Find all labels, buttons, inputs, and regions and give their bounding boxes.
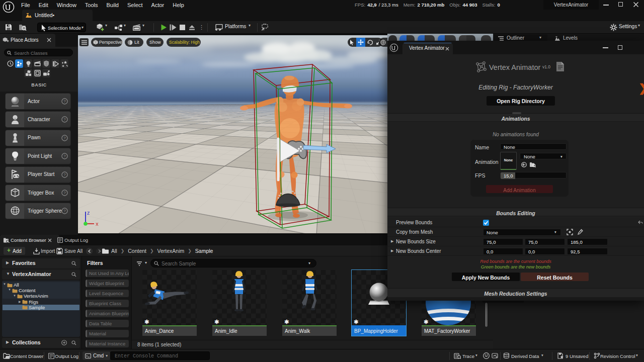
svg-text:?: ?: [63, 191, 66, 195]
svg-text:?: ?: [63, 154, 66, 159]
svg-text:?: ?: [63, 99, 66, 104]
svg-text:z: z: [87, 210, 90, 216]
svg-text:?: ?: [63, 118, 66, 122]
svg-text:?: ?: [63, 172, 66, 177]
svg-text:?: ?: [63, 209, 66, 214]
svg-text:x: x: [96, 221, 99, 227]
svg-text:?: ?: [63, 136, 66, 140]
